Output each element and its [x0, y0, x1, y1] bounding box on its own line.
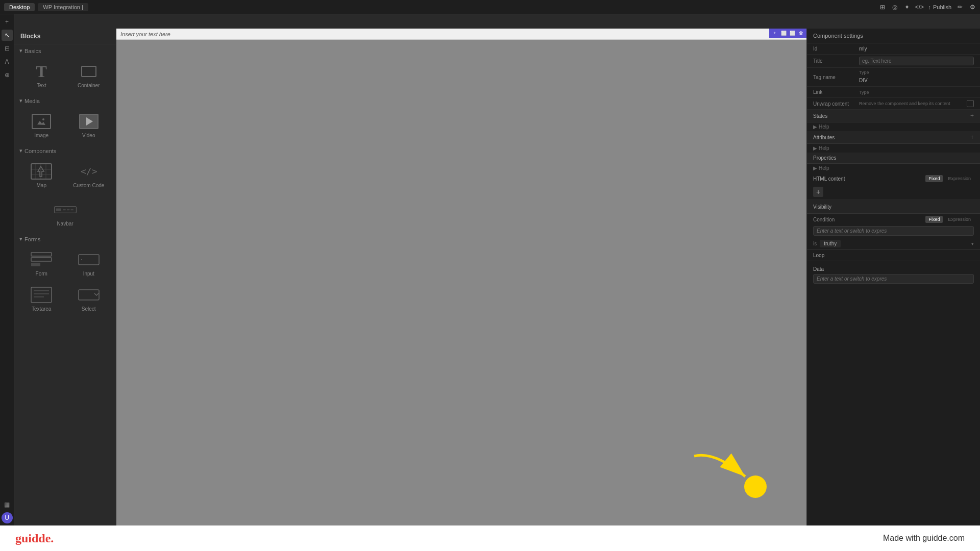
main-layout: Blocks ▾ Basics T Text Container ▾ Med: [14, 29, 980, 540]
textarea-block-icon: [30, 286, 53, 304]
data-label: Data: [813, 266, 824, 272]
tab-wp-integration[interactable]: WP Integration |: [38, 3, 88, 11]
canvas-square-btn[interactable]: ⬜: [780, 30, 787, 37]
triangle-icon-2: ▶: [813, 145, 817, 151]
help-row-2: ▶ Help: [807, 144, 980, 153]
canvas-align-btn[interactable]: ⬜: [789, 30, 796, 37]
unwrap-label: Unwrap content: [813, 101, 859, 107]
publish-button[interactable]: ↑ Publish: [928, 4, 951, 10]
help-link-2[interactable]: ▶ Help: [813, 145, 974, 151]
block-navbar[interactable]: Navbar: [18, 196, 112, 231]
pencil-icon[interactable]: ✏: [957, 4, 964, 11]
svg-text:</>: </>: [81, 166, 97, 177]
type-sublabel: Type: [859, 70, 974, 75]
tab-desktop[interactable]: Desktop: [4, 3, 35, 11]
settings-icon[interactable]: ⚙: [969, 4, 976, 11]
eye-icon[interactable]: ◎: [891, 4, 898, 11]
cursor-toolbar-icon[interactable]: ↖: [2, 30, 13, 41]
block-container[interactable]: Container: [66, 58, 112, 92]
visibility-label: Visibility: [813, 204, 831, 210]
star-icon[interactable]: ✦: [903, 4, 911, 11]
help-link-3[interactable]: ▶ Help: [813, 165, 974, 171]
forms-section-header[interactable]: ▾ Forms: [14, 233, 116, 244]
canvas-delete-btn[interactable]: 🗑: [797, 30, 804, 37]
connect-toolbar-icon[interactable]: ⊕: [2, 69, 13, 81]
title-input[interactable]: [859, 57, 974, 65]
triangle-icon-1: ▶: [813, 124, 817, 130]
navbar-block-icon: [54, 201, 77, 219]
basics-section-header[interactable]: ▾ Basics: [14, 44, 116, 56]
left-toolbar: + ↖ ⊟ A ⊕ ▦ U: [0, 14, 14, 525]
loop-section: Loop: [807, 249, 980, 261]
tagname-value: DIV: [859, 78, 868, 83]
canvas-area[interactable]: Insert your text here + ⬜ ⬜ 🗑: [116, 29, 806, 540]
triangle-icon-3: ▶: [813, 165, 817, 171]
settings-title-row: Title: [807, 55, 980, 68]
layers-toolbar-icon[interactable]: ⊟: [2, 43, 13, 54]
html-content-label: HTML content: [813, 176, 845, 182]
palette-toolbar-icon[interactable]: ▦: [2, 499, 13, 510]
html-add-button[interactable]: +: [813, 187, 823, 197]
navbar-grid: Navbar: [14, 194, 116, 233]
form-block-icon: [30, 251, 53, 269]
html-fixed-btn[interactable]: Fixed: [925, 175, 943, 182]
attributes-add-button[interactable]: +: [970, 134, 974, 141]
is-label: is: [813, 241, 817, 246]
truthy-chevron-icon: ▾: [971, 241, 974, 246]
block-textarea[interactable]: Textarea: [18, 282, 65, 316]
truthy-row: is truthy ▾: [807, 238, 980, 249]
grid-icon[interactable]: ⊞: [879, 4, 886, 11]
basics-grid: T Text Container: [14, 56, 116, 94]
footer-logo: guidde.: [15, 532, 54, 545]
states-add-button[interactable]: +: [970, 112, 974, 119]
components-section-header[interactable]: ▾ Components: [14, 144, 116, 156]
footer: guidde. Made with guidde.com: [0, 525, 980, 551]
block-image[interactable]: Image: [18, 108, 65, 142]
html-toggle: Fixed Expression: [925, 175, 974, 182]
forms-grid: Form Input Textarea Select: [14, 244, 116, 318]
blocks-panel: Blocks ▾ Basics T Text Container ▾ Med: [14, 29, 116, 540]
media-section-header[interactable]: ▾ Media: [14, 94, 116, 106]
block-form[interactable]: Form: [18, 246, 65, 281]
code-icon[interactable]: </>: [916, 4, 923, 11]
block-map[interactable]: Map: [18, 158, 65, 192]
block-video[interactable]: Video: [66, 108, 112, 142]
help-row-1: ▶ Help: [807, 122, 980, 131]
html-expression-btn[interactable]: Expression: [945, 175, 974, 182]
block-text[interactable]: T Text: [18, 58, 65, 92]
canvas-add-btn[interactable]: +: [771, 30, 778, 37]
condition-fixed-btn[interactable]: Fixed: [925, 216, 943, 223]
video-block-icon: [78, 112, 100, 131]
user-toolbar-icon[interactable]: U: [2, 512, 13, 523]
states-section-header[interactable]: States +: [807, 110, 980, 122]
tagname-label: Tag name: [813, 74, 859, 80]
truthy-value: truthy: [820, 240, 841, 247]
basics-chevron-icon: ▾: [19, 47, 22, 54]
svg-rect-6: [63, 209, 65, 211]
topbar-right: ⊞ ◎ ✦ </> ↑ Publish ✏ ⚙: [879, 4, 976, 11]
svg-point-1: [42, 118, 44, 120]
svg-rect-5: [56, 208, 61, 211]
block-input[interactable]: Input: [66, 246, 112, 281]
condition-input[interactable]: [813, 226, 974, 236]
svg-rect-10: [31, 258, 52, 261]
data-input[interactable]: [813, 274, 974, 284]
loop-label: Loop: [813, 253, 824, 258]
attributes-label: Attributes: [813, 135, 835, 140]
condition-expression-btn[interactable]: Expression: [945, 216, 974, 223]
visibility-section-header[interactable]: Visibility: [807, 199, 980, 214]
help-link-1[interactable]: ▶ Help: [813, 124, 974, 130]
states-label: States: [813, 113, 827, 119]
attributes-section-header[interactable]: Attributes +: [807, 131, 980, 144]
type-toolbar-icon[interactable]: A: [2, 56, 13, 67]
right-panel-title: Component settings: [807, 29, 980, 43]
block-custom-code[interactable]: </> Custom Code: [66, 158, 112, 192]
properties-section-header[interactable]: Properties: [807, 153, 980, 164]
container-block-icon: [78, 62, 100, 81]
unwrap-checkbox[interactable]: [967, 100, 974, 107]
id-label: Id: [813, 46, 859, 52]
image-block-icon: [30, 112, 53, 131]
forms-chevron-icon: ▾: [19, 236, 22, 242]
block-select[interactable]: Select: [66, 282, 112, 316]
plus-toolbar-icon[interactable]: +: [2, 16, 13, 28]
